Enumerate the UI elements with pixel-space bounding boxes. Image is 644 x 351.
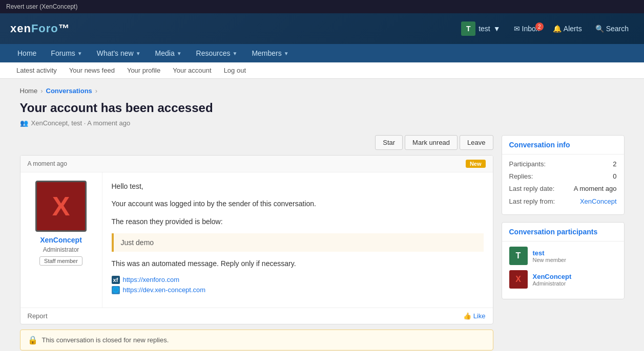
message-link-xenforo[interactable]: xf https://xenforo.com [112,276,484,284]
participant-avatar-xenconcept: X [509,270,528,289]
message-card: A moment ago New X XenConcept Administra… [20,155,493,324]
admin-bar-text: Revert user (XenConcept) [6,3,77,10]
page-meta-text: XenConcept, test · A moment ago [31,119,131,127]
participants-value: 2 [613,160,616,169]
author-role: Administrator [29,246,94,253]
link-dev-label: https://dev.xen-concept.com [123,286,206,294]
main-nav-left: Home Forums ▼ What's new ▼ Media ▼ Resou… [10,44,296,62]
globe-icon: 🌐 [112,286,120,294]
lock-icon: 🔒 [28,335,38,345]
author-staff-badge: Staff member [39,256,82,266]
alerts-label: Alerts [564,25,582,33]
breadcrumb-sep1: › [40,87,43,95]
link-xenforo-label: https://xenforo.com [123,276,180,283]
last-reply-from-value: XenConcept [580,197,617,206]
action-bar: Star Mark unread Leave [20,135,493,150]
message-body2: The reason they provided is below: [112,216,484,227]
sidebar-column: Conversation info Participants: 2 Replie… [502,135,625,306]
last-reply-from-link[interactable]: XenConcept [580,198,617,205]
message-link-dev[interactable]: 🌐 https://dev.xen-concept.com [112,286,484,294]
nav-profile[interactable]: Your profile [121,62,167,78]
members-dropdown-icon: ▼ [284,51,289,56]
nav-forums[interactable]: Forums ▼ [44,44,89,62]
user-dropdown-arrow: ▼ [493,25,501,33]
nav-home[interactable]: Home [10,44,44,62]
participant-test: T test New member [509,247,617,265]
nav-media[interactable]: Media ▼ [148,44,189,62]
main-layout: Star Mark unread Leave A moment ago New … [20,135,625,350]
page-meta: 👥 XenConcept, test · A moment ago [20,119,625,127]
search-button[interactable]: 🔍 Search [590,21,634,36]
inbox-badge: 2 [535,23,544,31]
page-meta-icon: 👥 [20,119,28,127]
conversation-info-box: Conversation info Participants: 2 Replie… [502,135,625,215]
mark-unread-button[interactable]: Mark unread [405,135,458,150]
nav-latest-activity[interactable]: Latest activity [10,62,63,78]
participant-role-test: New member [533,257,566,263]
participant-name-xenconcept[interactable]: XenConcept [533,273,572,280]
whats-new-dropdown-icon: ▼ [136,51,141,56]
nav-members[interactable]: Members ▼ [244,44,296,62]
forums-dropdown-icon: ▼ [77,51,82,56]
user-menu-button[interactable]: T test ▼ [456,18,505,39]
nav-resources[interactable]: Resources ▼ [189,44,245,62]
participant-initial-test: T [516,251,521,260]
user-panel: X XenConcept Administrator Staff member [20,172,102,308]
like-label: Like [473,312,486,320]
search-icon: 🔍 [595,25,604,33]
conversation-info-title: Conversation info [502,136,624,155]
alerts-icon: 🔔 [553,25,562,33]
secondary-nav: Latest activity Your news feed Your prof… [0,62,644,79]
conversation-participants-title: Conversation participants [502,223,624,242]
header-nav-right: T test ▼ ✉ Inbox 2 🔔 Alerts 🔍 Search [456,18,634,39]
inbox-icon: ✉ [514,25,520,33]
nav-whats-new[interactable]: What's new ▼ [90,44,148,62]
breadcrumb-home[interactable]: Home [20,87,38,95]
closed-notice-text: This conversation is closed for new repl… [42,336,169,344]
leave-button[interactable]: Leave [460,135,493,150]
report-link[interactable]: Report [28,312,48,320]
participant-xenconcept: X XenConcept Administrator [509,270,617,289]
conversation-participants-body: T test New member X XenConcept [502,242,624,299]
conversation-info-body: Participants: 2 Replies: 0 Last reply da… [502,155,624,214]
message-body: X XenConcept Administrator Staff member … [20,172,493,308]
user-avatar-small: T [461,21,475,36]
participants-label: Participants: [509,160,546,169]
info-last-reply-from: Last reply from: XenConcept [509,197,617,206]
new-badge: New [466,160,486,168]
author-avatar-initial: X [52,191,70,222]
message-content: Hello test, Your account was logged into… [102,172,493,308]
page-title: Your account has been accessed [20,101,625,115]
user-name: test [479,25,490,33]
participant-info-test: test New member [533,249,566,263]
site-logo[interactable]: xenForo™ [10,22,70,35]
info-participants: Participants: 2 [509,160,617,169]
search-label: Search [606,25,629,33]
message-timestamp: A moment ago [28,160,67,167]
like-button[interactable]: 👍 Like [463,312,486,320]
star-button[interactable]: Star [375,135,403,150]
message-body1: Your account was logged into by the send… [112,198,484,209]
admin-bar: Revert user (XenConcept) [0,0,644,13]
breadcrumb-conversations[interactable]: Conversations [46,87,92,95]
participant-info-xenconcept: XenConcept Administrator [533,272,572,287]
inbox-button[interactable]: ✉ Inbox 2 [509,21,545,36]
nav-logout[interactable]: Log out [218,62,252,78]
breadcrumb: Home › Conversations › [20,87,625,95]
nav-news-feed[interactable]: Your news feed [63,62,121,78]
info-replies: Replies: 0 [509,172,617,181]
replies-value: 0 [613,172,616,181]
page-content: Home › Conversations › Your account has … [10,79,635,351]
author-name-link[interactable]: XenConcept [29,236,94,244]
participant-avatar-test: T [509,247,528,265]
message-quote: Just demo [112,233,484,252]
author-avatar: X [35,181,87,232]
participant-name-test[interactable]: test [533,249,545,257]
site-header: xenForo™ T test ▼ ✉ Inbox 2 🔔 Alerts 🔍 S… [0,13,644,44]
nav-account[interactable]: Your account [167,62,217,78]
message-links: xf https://xenforo.com 🌐 https://dev.xen… [112,276,484,294]
alerts-button[interactable]: 🔔 Alerts [548,21,587,36]
replies-label: Replies: [509,172,533,181]
participant-role-xenconcept: Administrator [533,280,572,287]
media-dropdown-icon: ▼ [177,51,182,56]
